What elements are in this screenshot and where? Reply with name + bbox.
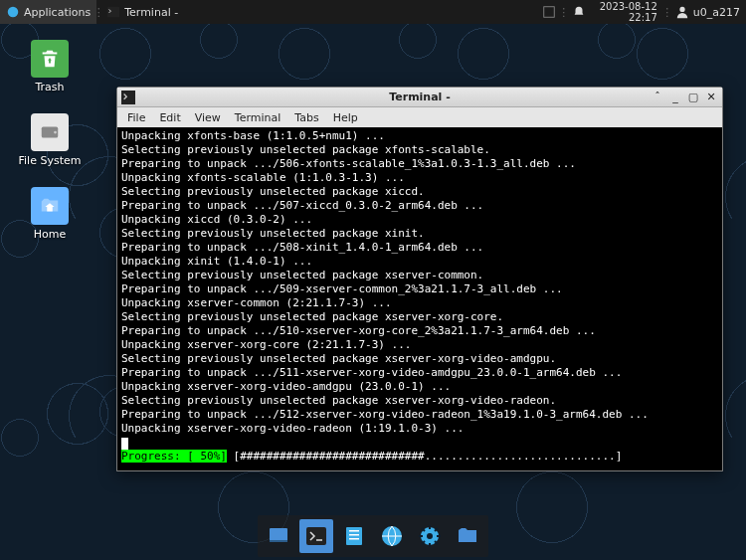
svg-rect-13	[349, 538, 359, 540]
svg-rect-7	[270, 528, 287, 542]
progress-line: Progress: [ 50%] [######################…	[121, 450, 718, 464]
svg-rect-9	[306, 527, 326, 545]
bell-icon	[572, 5, 586, 19]
svg-rect-10	[346, 527, 362, 545]
desktop-trash-label: Trash	[35, 81, 64, 93]
window-title: Terminal -	[117, 91, 722, 103]
dock-files[interactable]	[337, 519, 371, 553]
show-desktop-icon	[267, 524, 290, 548]
applications-menu[interactable]: Applications	[0, 0, 96, 24]
desktop-filesystem[interactable]: File System	[15, 113, 85, 167]
menu-view[interactable]: View	[189, 109, 227, 126]
globe-icon	[380, 524, 404, 548]
menu-help[interactable]: Help	[327, 109, 364, 126]
applications-label: Applications	[24, 6, 91, 19]
terminal-output[interactable]: Unpacking xfonts-base (1:1.0.5+nmu1) ...…	[117, 127, 722, 470]
terminal-icon	[106, 5, 120, 19]
taskbar-terminal-label: Terminal -	[124, 6, 178, 19]
file-manager-icon	[342, 524, 366, 548]
menu-file[interactable]: File	[121, 109, 151, 126]
box-icon	[542, 5, 556, 19]
xfce-logo-icon	[6, 5, 20, 19]
dock	[258, 515, 488, 557]
dock-file-manager[interactable]	[451, 519, 484, 553]
svg-line-24	[435, 528, 438, 531]
minimize-button[interactable]: _	[668, 91, 682, 104]
progress-bar: [############################...........…	[227, 450, 629, 463]
svg-rect-12	[349, 534, 359, 536]
dock-web-browser[interactable]	[375, 519, 409, 553]
close-button[interactable]: ✕	[704, 91, 718, 104]
top-panel: Applications Terminal - 2023-08-12 22:17…	[0, 0, 746, 24]
menu-tabs[interactable]: Tabs	[288, 109, 324, 126]
user-icon	[675, 5, 689, 19]
taskbar-terminal[interactable]: Terminal -	[100, 0, 184, 24]
clock-time: 22:17	[600, 12, 657, 23]
gear-icon	[418, 524, 442, 548]
dock-show-desktop[interactable]	[262, 519, 295, 553]
trash-icon	[31, 40, 69, 78]
svg-point-3	[679, 7, 684, 12]
maximize-button[interactable]: ▢	[686, 91, 700, 104]
user-menu[interactable]: u0_a217	[669, 0, 746, 24]
rollup-button[interactable]: ˆ	[651, 91, 664, 104]
svg-line-21	[422, 528, 425, 531]
titlebar[interactable]: Terminal - ˆ _ ▢ ✕	[117, 88, 722, 107]
svg-line-22	[435, 541, 438, 544]
svg-point-0	[8, 7, 19, 18]
terminal-cursor-line	[121, 436, 718, 450]
drive-icon	[31, 113, 69, 151]
svg-rect-1	[107, 7, 119, 18]
user-label: u0_a217	[693, 6, 740, 19]
menubar: File Edit View Terminal Tabs Help	[117, 107, 722, 127]
folder-icon	[456, 524, 479, 548]
clock-date: 2023-08-12	[600, 1, 657, 12]
desktop-trash[interactable]: Trash	[15, 40, 85, 93]
progress-label: Progress: [ 50%]	[121, 450, 227, 463]
dock-settings[interactable]	[413, 519, 447, 553]
menu-terminal[interactable]: Terminal	[229, 109, 287, 126]
svg-rect-2	[543, 7, 554, 18]
menu-edit[interactable]: Edit	[153, 109, 186, 126]
window-terminal-icon	[121, 91, 135, 104]
svg-point-5	[54, 131, 57, 134]
cursor-icon	[121, 438, 128, 450]
terminal-icon	[304, 524, 328, 548]
svg-point-16	[427, 533, 433, 539]
desktop-filesystem-label: File System	[19, 154, 82, 167]
folder-home-icon	[31, 187, 69, 225]
desktop-home[interactable]: Home	[15, 187, 85, 241]
notifications[interactable]	[566, 0, 592, 24]
clock[interactable]: 2023-08-12 22:17	[592, 1, 665, 23]
dock-terminal[interactable]	[299, 519, 333, 553]
svg-rect-8	[270, 540, 287, 542]
svg-rect-6	[121, 91, 135, 104]
desktop-icons: Trash File System Home	[15, 40, 85, 261]
terminal-window[interactable]: Terminal - ˆ _ ▢ ✕ File Edit View Termin…	[116, 87, 723, 471]
svg-rect-11	[349, 530, 359, 532]
svg-line-23	[422, 541, 425, 544]
desktop-home-label: Home	[34, 228, 66, 241]
